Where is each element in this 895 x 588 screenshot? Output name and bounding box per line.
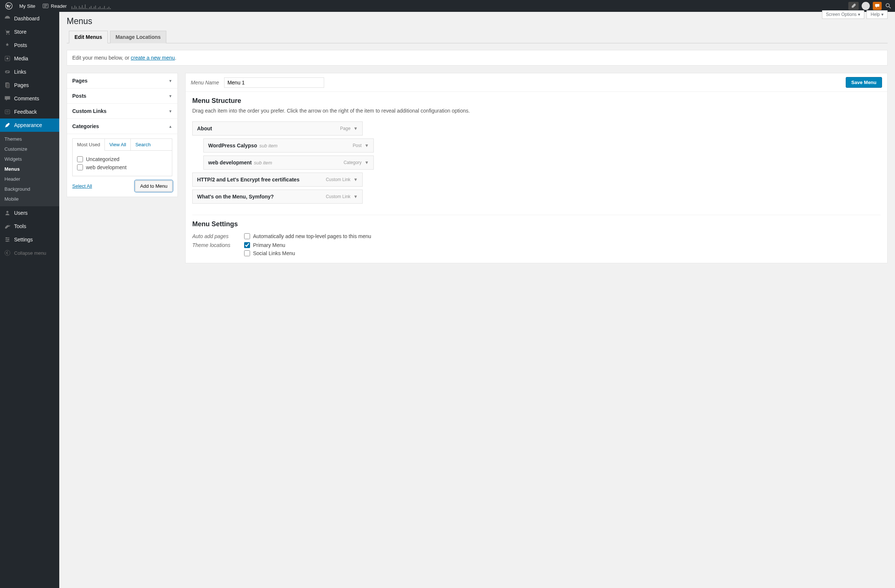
chevron-down-icon[interactable]: ▼ [353,177,358,182]
chevron-down-icon[interactable]: ▼ [364,160,369,165]
location-label: Primary Menu [253,242,285,248]
submenu-background[interactable]: Background [0,184,59,194]
sidebar-item-dashboard[interactable]: Dashboard [0,12,59,25]
sidebar-item-settings[interactable]: Settings [0,233,59,246]
menu-settings: Menu Settings Auto add pages Automatical… [192,215,881,258]
tab-view-all[interactable]: View All [105,139,131,150]
sidebar-item-store[interactable]: Store [0,25,59,38]
submenu-themes[interactable]: Themes [0,134,59,144]
sub-item-label: sub item [259,143,278,149]
submenu-header[interactable]: Header [0,174,59,184]
submenu-widgets[interactable]: Widgets [0,154,59,164]
sidebar-item-users[interactable]: Users [0,206,59,220]
cat-checkbox[interactable] [77,156,83,162]
cat-item[interactable]: Uncategorized [77,155,167,163]
auto-add-text: Automatically add new top-level pages to… [253,233,371,239]
help-tab[interactable]: Help ▾ [866,11,887,19]
sidebar-item-comments[interactable]: Comments [0,92,59,105]
submenu-customize[interactable]: Customize [0,144,59,154]
sidebar-item-tools[interactable]: Tools [0,220,59,233]
sidebar-label: Store [14,29,26,35]
tab-manage-locations[interactable]: Manage Locations [110,31,166,43]
menu-item[interactable]: AboutPage ▼ [192,121,363,135]
comments-icon [4,95,11,102]
location-checkbox[interactable] [244,250,250,256]
sparkline-icon[interactable] [71,3,115,9]
chevron-down-icon[interactable]: ▼ [364,143,369,148]
tab-edit-menus[interactable]: Edit Menus [69,31,108,43]
location-option[interactable]: Social Links Menu [244,250,295,256]
auto-add-checkbox[interactable] [244,233,250,239]
chevron-down-icon: ▾ [858,12,860,17]
menu-name-input[interactable] [224,77,324,88]
sidebar-item-posts[interactable]: Posts [0,38,59,52]
menu-item-type: Page ▼ [340,126,358,131]
category-panel: Uncategorized web development [72,151,172,176]
wordpress-icon [5,2,12,10]
tools-icon [4,223,11,230]
collapse-menu[interactable]: Collapse menu [0,246,59,259]
sidebar-item-media[interactable]: Media [0,52,59,65]
reader-link[interactable]: Reader [39,0,69,12]
sidebar-label: Appearance [14,122,42,128]
metabox-column: Pages▼ Posts▼ Custom Links▼ Categories▲ … [67,73,178,197]
chevron-down-icon[interactable]: ▼ [353,126,358,131]
mysite-link[interactable]: My Site [17,0,37,12]
location-option[interactable]: Primary Menu [244,242,295,248]
menu-item[interactable]: HTTP/2 and Let's Encrypt free certificat… [192,173,363,186]
submenu-mobile[interactable]: Mobile [0,194,59,204]
menu-item-type: Post ▼ [353,143,369,148]
cat-checkbox[interactable] [77,164,83,170]
menu-item-title: web developmentsub item [208,159,272,165]
submenu-menus[interactable]: Menus [0,164,59,174]
tab-search[interactable]: Search [131,139,155,150]
menu-header: Menu Name Save Menu [186,73,887,92]
select-all-link[interactable]: Select All [72,183,92,189]
sidebar-item-pages[interactable]: Pages [0,79,59,92]
menu-item-title: About [197,126,212,132]
pages-icon [4,82,11,89]
menu-item-title: HTTP/2 and Let's Encrypt free certificat… [197,177,299,183]
screen-options-tab[interactable]: Screen Options ▾ [822,11,865,19]
sidebar-label: Media [14,56,28,61]
sidebar-label: Dashboard [14,15,39,21]
sidebar-label: Comments [14,95,39,102]
menu-item[interactable]: What's on the Menu, Symfony?Custom Link … [192,189,363,204]
settings-title: Menu Settings [192,220,881,228]
menu-item[interactable]: WordPress Calypsosub itemPost ▼ [203,138,374,153]
add-to-menu-button[interactable]: Add to Menu [135,181,172,191]
svg-point-37 [9,34,10,35]
metabox-customlinks[interactable]: Custom Links▼ [67,104,177,119]
chevron-down-icon[interactable]: ▼ [353,194,358,199]
metabox-posts[interactable]: Posts▼ [67,88,177,104]
cat-item[interactable]: web development [77,163,167,171]
dashboard-icon [4,15,11,22]
write-button[interactable] [848,2,859,10]
tab-most-used[interactable]: Most Used [73,139,105,151]
settings-icon [4,236,11,243]
sidebar-item-links[interactable]: Links [0,65,59,79]
menu-item-title: WordPress Calypsosub item [208,142,278,149]
svg-point-45 [6,211,8,213]
metabox-categories[interactable]: Categories▲ [67,119,177,134]
users-icon [4,209,11,217]
menu-item[interactable]: web developmentsub itemCategory ▼ [203,156,374,170]
chevron-down-icon: ▾ [881,12,883,17]
metabox-title: Custom Links [72,108,107,114]
appearance-submenu: Themes Customize Widgets Menus Header Ba… [0,132,59,206]
save-menu-button[interactable]: Save Menu [846,77,882,88]
search-button[interactable] [884,2,892,10]
wp-logo[interactable] [3,0,15,12]
location-checkbox[interactable] [244,242,250,248]
metabox-title: Categories [72,123,99,129]
sidebar-label: Pages [14,82,29,88]
sidebar-label: Links [14,69,26,75]
auto-add-option[interactable]: Automatically add new top-level pages to… [244,233,371,239]
reader-label: Reader [51,3,67,9]
sidebar-item-feedback[interactable]: Feedback [0,105,59,118]
create-menu-link[interactable]: create a new menu [131,55,175,61]
sidebar-item-appearance[interactable]: Appearance [0,118,59,132]
avatar[interactable] [862,2,870,10]
metabox-pages[interactable]: Pages▼ [67,73,177,88]
notifications-button[interactable] [873,2,882,10]
